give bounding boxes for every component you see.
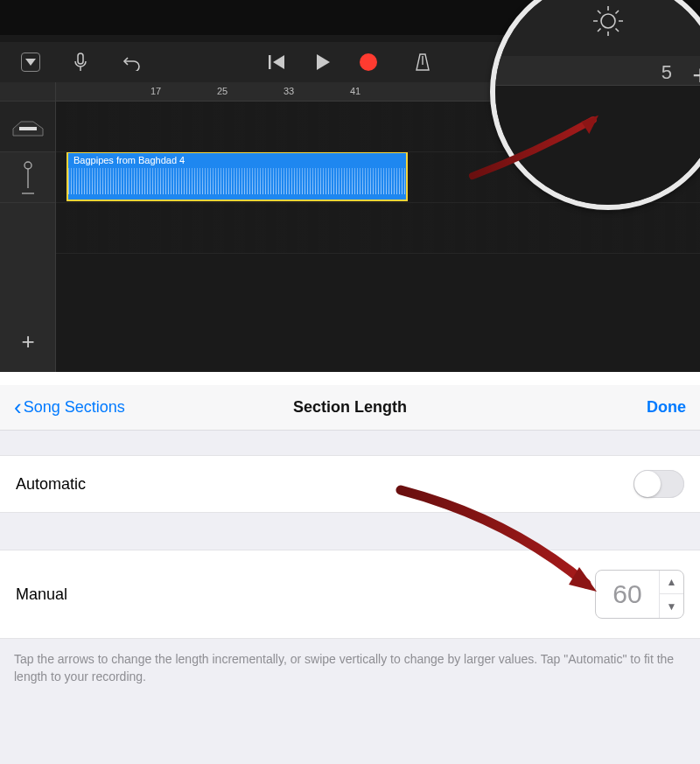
- manual-value-stepper[interactable]: 60 ▲ ▼: [595, 570, 684, 619]
- ruler-mark: 41: [350, 86, 360, 96]
- svg-point-3: [24, 162, 32, 169]
- track-header-piano[interactable]: [0, 102, 55, 152]
- automatic-label: Automatic: [16, 475, 86, 494]
- track-headers: +: [0, 82, 56, 372]
- stepper-up-button[interactable]: ▲: [660, 570, 683, 594]
- manual-label: Manual: [16, 585, 67, 604]
- piano-icon: [12, 116, 44, 137]
- manual-row: Manual 60 ▲ ▼: [0, 550, 700, 639]
- audio-region[interactable]: Bagpipes from Baghdad 4: [66, 152, 408, 201]
- svg-rect-1: [269, 55, 271, 69]
- add-track-button[interactable]: +: [0, 319, 56, 363]
- track-header-audio[interactable]: [0, 152, 55, 203]
- panel-title: Section Length: [293, 398, 407, 417]
- track-row[interactable]: [56, 203, 700, 254]
- waveform: [68, 168, 406, 194]
- microphone-icon[interactable]: [70, 52, 91, 73]
- stepper-down-button[interactable]: ▼: [660, 594, 683, 619]
- panel-navbar: ‹ Song Sections Section Length Done: [0, 385, 700, 431]
- tracks-editor: 17 25 33 41 + ||| Bagpipes from Baghdad …: [0, 0, 700, 372]
- hint-text: Tap the arrows to change the length incr…: [0, 639, 700, 685]
- automatic-toggle[interactable]: [634, 470, 684, 498]
- svg-rect-0: [78, 53, 83, 64]
- back-label: Song Sections: [24, 398, 125, 417]
- ruler-mark-magnified: 5: [662, 61, 672, 84]
- toggle-knob: [634, 471, 661, 497]
- manual-value: 60: [596, 579, 659, 609]
- ruler-mark: 33: [284, 86, 294, 96]
- svg-point-4: [601, 14, 615, 28]
- mic-stand-icon: [18, 160, 38, 195]
- view-selector-dropdown[interactable]: [21, 53, 40, 72]
- settings-gear-icon[interactable]: [591, 4, 626, 42]
- chevron-left-icon: ‹: [14, 396, 22, 418]
- svg-rect-2: [19, 127, 37, 130]
- back-button[interactable]: ‹ Song Sections: [14, 396, 125, 419]
- done-button[interactable]: Done: [647, 398, 686, 417]
- ruler-mark: 25: [217, 86, 228, 96]
- metronome-icon[interactable]: [412, 52, 433, 73]
- region-label: Bagpipes from Baghdad 4: [74, 155, 185, 165]
- undo-icon[interactable]: [121, 52, 142, 73]
- ruler-mark: 17: [150, 86, 161, 96]
- automatic-row: Automatic: [0, 455, 700, 513]
- go-to-beginning-icon[interactable]: [267, 52, 288, 73]
- section-length-panel: ‹ Song Sections Section Length Done Auto…: [0, 385, 700, 764]
- record-icon[interactable]: [358, 52, 379, 73]
- play-icon[interactable]: [312, 52, 333, 73]
